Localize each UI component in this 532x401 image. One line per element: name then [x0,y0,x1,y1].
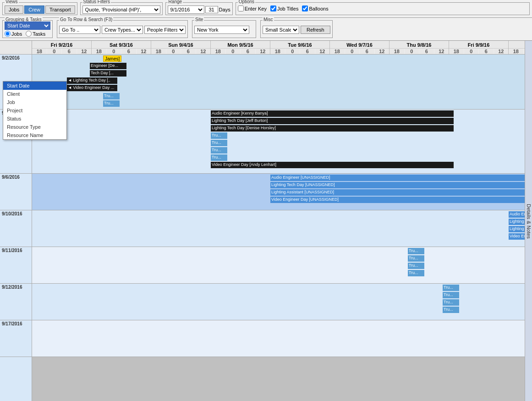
enter-key-checkbox[interactable] [238,5,244,11]
status-filters-section: Status Filters Quote, 'Provisional (HP)'… [80,2,163,15]
balloons-label: Balloons [309,6,328,11]
jobs-button[interactable]: Jobs [5,5,23,14]
status-filters-label: Status Filters [82,0,111,4]
event-engineer-de[interactable]: Engineer [De... [90,63,126,69]
date-col-0: Fri 9/2/16 180612 [32,41,92,54]
second-bar: Grouping & Tasks Start Date Jobs Tasks G… [0,18,532,41]
tasks-radio-label: Tasks [33,31,45,37]
options-section: Options Enter Key Job Titles Balloons [236,2,530,15]
event-lighting-unassigned-1[interactable]: Lighting Tech Day [UNASSIGNED] [270,182,525,188]
event-audio-unassigned-1[interactable]: Audio Engineer [UNASSIGNED] [270,175,525,181]
event-lighting-unassigned-2[interactable]: Lighting Tech Day [UNASSIGNED] [509,219,525,225]
event-tru-4-3[interactable]: Tru... [408,270,424,276]
event-tru-1-2[interactable]: Tru... [211,147,227,154]
details-notes-label: Details & Notes [526,204,532,239]
site-select[interactable]: New York [194,26,249,34]
range-days-input[interactable]: 31 [205,6,218,13]
grouping-section: Grouping & Tasks Start Date Jobs Tasks [2,20,53,38]
event-tru-1-3[interactable]: Tru... [211,154,227,161]
transport-button[interactable]: Transport [45,5,75,14]
date-col-1: Sat 9/3/16 180612 [92,41,151,54]
job-titles-checkbox[interactable] [270,5,276,11]
crew-types-select[interactable]: Crew Types... [102,26,143,34]
misc-section: Misc Small Scale Refresh [260,20,333,38]
grid-row-1: Audio Engineer [Kenny Banya] Lighting Te… [32,110,525,174]
site-section: Site New York [192,20,256,38]
event-tru-5-0[interactable]: Tru... [443,285,459,291]
event-video-andy[interactable]: Video Engineer Day [Andy Lenhart] [211,162,454,168]
event-video-unassigned-1[interactable]: Video Engineer Day [UNASSIGNED] [270,197,525,203]
dropdown-menu: Start Date Client Job Project Status Res… [3,81,67,140]
timeline-grid: Fri 9/2/16 180612 Sat 9/3/16 180612 Sun … [32,41,525,401]
jobs-radio-label: Jobs [11,31,22,37]
grid-row-3: Audio Engineer [UNASSIGNED] Lighting Tec… [32,210,525,247]
refresh-button[interactable]: Refresh [301,26,330,34]
details-notes-panel[interactable]: Details & Notes [525,41,532,401]
event-video-unassigned-2[interactable]: Video Engineer Day [UNASSIGNED] [509,233,525,240]
event-tru-4-2[interactable]: Tru... [408,263,424,269]
date-label-4: 9/11/2016 [0,247,32,284]
status-filter-select[interactable]: Quote, 'Provisional (HP)', [82,5,160,14]
range-label: Range [168,0,183,4]
date-label-3: 9/10/2016 [0,210,32,247]
site-label: Site [194,17,204,22]
main-area: Start Date Client Job Project Status Res… [0,41,532,401]
date-label-5: 9/12/2016 [0,284,32,320]
grid-row-6 [32,320,525,357]
event-video-engineer-row0[interactable]: ◄ Video Engineer Day ... [67,85,117,91]
enter-key-label: Enter Key [245,6,267,11]
dropdown-item-6[interactable]: Resource Name [3,131,66,139]
event-tru-5-2[interactable]: Tru... [443,299,459,306]
event-tru-5-1[interactable]: Tru... [443,292,459,298]
date-col-7: Fri 9/9/16 180612 [449,41,509,54]
event-tru-5-3[interactable]: Tru... [443,307,459,313]
event-tru-0-1[interactable]: Tru... [103,100,120,107]
event-lighting-assistant-unassigned[interactable]: Lighting Assistant [UNASSIGNED] [270,189,525,196]
top-bar: Views Jobs Crew Transport Status Filters… [0,0,532,18]
event-lighting-jeff[interactable]: Lighting Tech Day [Jeff Burton] [211,118,454,124]
days-label: Days [219,7,230,12]
date-col-5: Wed 9/7/16 180612 [330,41,389,54]
goto-section: Go To Row & Search (F3) Go To .. Crew Ty… [57,20,188,38]
options-label: Options [238,0,255,4]
range-date-select[interactable]: 9/1/2016 [168,5,204,14]
grid-content: James] Engineer [De... Tech Day [... ◄ L… [32,55,525,401]
event-james[interactable]: James] [103,55,121,62]
dropdown-item-5[interactable]: Resource Type [3,123,66,131]
event-tru-0-0[interactable]: Tru... [103,93,120,99]
event-lighting-denise[interactable]: Lighting Tech Day [Denise Horsley] [211,125,454,132]
goto-select[interactable]: Go To .. [59,26,100,34]
dropdown-item-2[interactable]: Job [3,98,66,106]
range-section: Range 9/1/2016 31 Days [165,2,233,15]
event-audio-unassigned-2[interactable]: Audio Engineer [UNASSIGNED] [509,211,525,218]
date-header: Fri 9/2/16 180612 Sat 9/3/16 180612 Sun … [32,41,525,55]
crew-button[interactable]: Crew [24,5,44,14]
scale-select[interactable]: Small Scale [263,26,299,34]
event-lighting-tech-row0[interactable]: ◄ Lighting Tech Day [.. [67,77,117,84]
grid-row-5: Tru... Tru... Tru... Tru... [32,284,525,320]
event-lighting-unassigned-3[interactable]: Lighting Tech Day [UNASSIGNED] [509,226,525,232]
date-col-6: Thu 9/8/16 180612 [389,41,449,54]
date-col-2: Sun 9/4/16 180612 [151,41,211,54]
event-tru-4-1[interactable]: Tru... [408,255,424,262]
date-col-8: Sat 9/10/16 180612 [509,41,525,54]
jobs-radio[interactable] [5,31,11,37]
dropdown-item-1[interactable]: Client [3,90,66,98]
grid-row-2: Audio Engineer [UNASSIGNED] Lighting Tec… [32,174,525,210]
event-tru-1-0[interactable]: Tru... [211,132,227,139]
dropdown-item-0[interactable]: Start Date [3,82,66,90]
event-tech-day[interactable]: Tech Day [... [90,70,126,77]
event-audio-engineer-kenny[interactable]: Audio Engineer [Kenny Banya] [211,110,454,117]
dropdown-item-4[interactable]: Status [3,115,66,123]
goto-label: Go To Row & Search (F3) [59,17,113,22]
date-col-4: Tue 9/6/16 180612 [270,41,330,54]
sort-select[interactable]: Start Date [5,22,50,30]
event-tru-1-1[interactable]: Tru... [211,140,227,146]
grid-row-0: James] Engineer [De... Tech Day [... ◄ L… [32,55,525,110]
event-tru-4-0[interactable]: Tru... [408,248,424,254]
people-filters-select[interactable]: People Filters .... [144,26,186,34]
balloons-checkbox[interactable] [302,5,308,11]
misc-label: Misc [263,17,274,22]
dropdown-item-3[interactable]: Project [3,106,66,115]
tasks-radio[interactable] [26,31,32,37]
